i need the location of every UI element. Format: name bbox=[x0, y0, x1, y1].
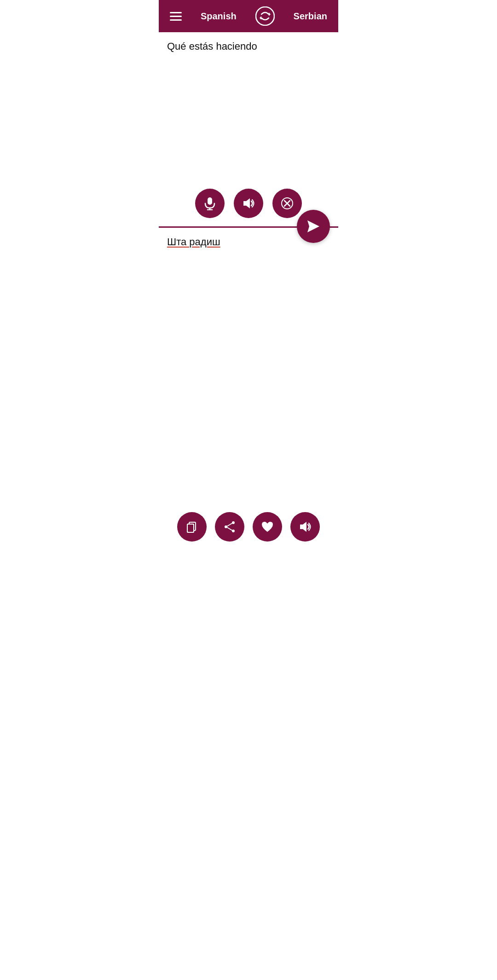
app-header: Spanish Serbian bbox=[159, 0, 338, 32]
source-text-input[interactable]: Qué estás haciendo bbox=[167, 40, 330, 188]
output-controls bbox=[159, 512, 338, 542]
clear-icon bbox=[281, 197, 293, 209]
source-language-label[interactable]: Spanish bbox=[201, 11, 237, 22]
heart-icon bbox=[260, 520, 274, 533]
swap-icon bbox=[255, 6, 275, 26]
speaker-translation-icon bbox=[298, 520, 312, 534]
speak-source-button[interactable] bbox=[234, 189, 263, 218]
microphone-button[interactable] bbox=[195, 189, 225, 218]
hamburger-line-2 bbox=[170, 16, 182, 17]
menu-button[interactable] bbox=[170, 12, 182, 21]
svg-rect-3 bbox=[208, 197, 212, 205]
swap-languages-button[interactable] bbox=[255, 6, 275, 26]
svg-point-14 bbox=[232, 521, 235, 524]
share-icon bbox=[223, 520, 236, 533]
svg-line-17 bbox=[227, 524, 232, 526]
clear-text-button[interactable] bbox=[272, 189, 302, 218]
svg-point-15 bbox=[225, 525, 227, 528]
share-button[interactable] bbox=[215, 512, 244, 542]
svg-rect-12 bbox=[187, 524, 194, 532]
send-icon bbox=[306, 219, 321, 234]
target-language-label[interactable]: Serbian bbox=[294, 11, 327, 22]
microphone-icon bbox=[203, 196, 217, 210]
speaker-source-icon bbox=[242, 196, 255, 210]
svg-marker-6 bbox=[243, 198, 250, 208]
svg-marker-19 bbox=[300, 522, 306, 532]
svg-point-0 bbox=[256, 7, 274, 25]
hamburger-line-3 bbox=[170, 19, 182, 21]
output-text-section: Шта радиш bbox=[159, 228, 338, 550]
svg-point-16 bbox=[232, 530, 235, 532]
copy-button[interactable] bbox=[177, 512, 207, 542]
speak-translation-button[interactable] bbox=[290, 512, 320, 542]
svg-marker-2 bbox=[260, 16, 261, 20]
favorite-button[interactable] bbox=[253, 512, 282, 542]
translate-button[interactable] bbox=[297, 210, 330, 243]
source-text-section: Qué estás haciendo bbox=[159, 32, 338, 228]
svg-marker-10 bbox=[307, 220, 319, 232]
copy-icon bbox=[185, 520, 198, 533]
hamburger-line-1 bbox=[170, 12, 182, 13]
svg-marker-1 bbox=[269, 12, 271, 16]
svg-line-18 bbox=[227, 528, 232, 530]
